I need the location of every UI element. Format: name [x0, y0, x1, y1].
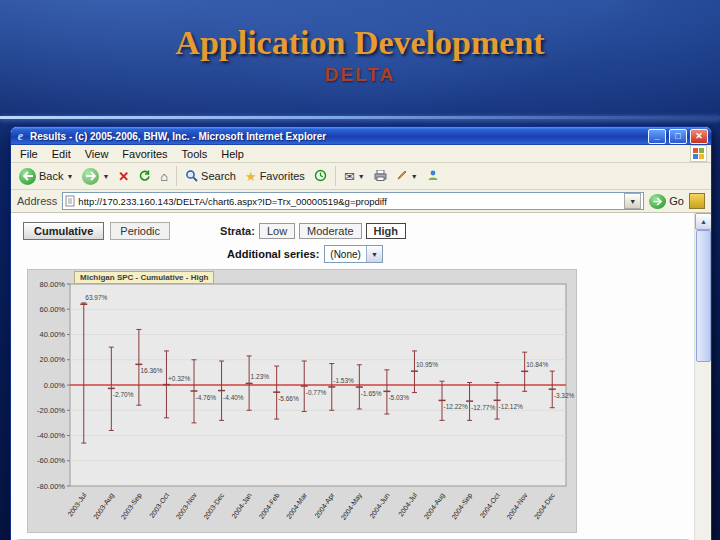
svg-text:2003-Jul: 2003-Jul	[66, 491, 87, 517]
address-bar: Address http://170.233.160.143/DELTA/cha…	[11, 190, 711, 213]
print-icon	[374, 170, 387, 183]
svg-text:-5.66%: -5.66%	[278, 395, 299, 402]
strata-option-moderate[interactable]: Moderate	[299, 223, 361, 239]
svg-text:2004-Jun: 2004-Jun	[368, 491, 391, 519]
strata-label: Strata:	[220, 225, 255, 237]
svg-text:2004-May: 2004-May	[340, 491, 365, 521]
svg-text:-1.65%: -1.65%	[361, 390, 382, 397]
svg-text:-12.22%: -12.22%	[444, 403, 468, 410]
maximize-button[interactable]: □	[669, 129, 687, 144]
minimize-button[interactable]: _	[648, 129, 666, 144]
scrollbar-up-button[interactable]: ▲	[695, 213, 711, 230]
svg-text:2004-Sep: 2004-Sep	[450, 491, 474, 521]
svg-text:2003-Nov: 2003-Nov	[175, 491, 198, 520]
svg-text:2004-Jul: 2004-Jul	[397, 491, 418, 517]
svg-text:-80.00%: -80.00%	[37, 482, 65, 491]
scrollbar-thumb[interactable]	[696, 230, 711, 362]
favorites-star-icon: ★	[245, 170, 257, 183]
stop-icon: ✕	[118, 170, 129, 183]
mail-button[interactable]: ✉ ▼	[341, 169, 368, 184]
toolbar-separator	[335, 166, 336, 186]
slide-title: Application Development	[0, 24, 720, 62]
svg-text:2004-Nov: 2004-Nov	[505, 491, 528, 520]
search-icon	[185, 169, 198, 184]
internet-explorer-icon: e	[14, 130, 27, 143]
mail-dropdown-icon: ▼	[358, 173, 365, 180]
svg-text:2003-Aug: 2003-Aug	[92, 491, 116, 521]
menu-help[interactable]: Help	[214, 147, 251, 161]
window-titlebar: e Results - (c) 2005-2006, BHW, Inc. - M…	[11, 127, 711, 145]
go-icon	[649, 194, 666, 209]
menu-view[interactable]: View	[78, 147, 116, 161]
page-icon	[65, 195, 75, 207]
svg-text:40.00%: 40.00%	[40, 330, 66, 339]
additional-series-label: Additional series:	[227, 248, 319, 260]
svg-text:-2.70%: -2.70%	[113, 391, 134, 398]
svg-text:2003-Sep: 2003-Sep	[120, 491, 144, 521]
svg-text:-3.32%: -3.32%	[554, 392, 575, 399]
menu-tools[interactable]: Tools	[175, 147, 215, 161]
back-dropdown-icon: ▼	[66, 173, 73, 180]
svg-text:2004-Apr: 2004-Apr	[313, 491, 336, 520]
periodic-button[interactable]: Periodic	[110, 222, 170, 240]
svg-text:-12.12%: -12.12%	[499, 403, 523, 410]
svg-text:-5.03%: -5.03%	[388, 394, 409, 401]
svg-text:63.97%: 63.97%	[85, 294, 107, 301]
vertical-scrollbar[interactable]: ▲ ▼	[694, 213, 711, 540]
messenger-icon	[427, 169, 439, 183]
menu-edit[interactable]: Edit	[45, 147, 78, 161]
cumulative-button[interactable]: Cumulative	[23, 222, 104, 240]
menu-file[interactable]: File	[13, 147, 45, 161]
svg-text:16.36%: 16.36%	[140, 367, 162, 374]
chevron-down-icon: ▼	[366, 246, 382, 262]
svg-text:2004-Jan: 2004-Jan	[230, 491, 253, 519]
svg-text:1.23%: 1.23%	[251, 373, 270, 380]
strata-group: Strata: Low Moderate High	[220, 223, 406, 239]
print-button[interactable]	[371, 169, 390, 184]
svg-text:2004-Mar: 2004-Mar	[285, 491, 308, 520]
address-label: Address	[17, 195, 57, 207]
edit-button[interactable]: ▼	[393, 168, 421, 184]
additional-series-select[interactable]: (None) ▼	[324, 245, 383, 263]
close-button[interactable]: ✕	[690, 129, 708, 144]
mail-icon: ✉	[344, 170, 355, 183]
go-button[interactable]: Go	[649, 194, 684, 209]
address-input[interactable]: http://170.233.160.143/DELTA/chart6.aspx…	[62, 192, 644, 210]
messenger-button[interactable]	[424, 168, 442, 184]
svg-text:+0.32%: +0.32%	[168, 375, 190, 382]
favorites-button[interactable]: ★ Favorites	[242, 169, 308, 184]
additional-series-value: (None)	[325, 249, 366, 260]
svg-text:-20.00%: -20.00%	[37, 406, 65, 415]
title-divider-line	[0, 116, 720, 119]
svg-text:2004-Dec: 2004-Dec	[533, 491, 556, 520]
forward-button[interactable]: ▼	[79, 167, 112, 186]
svg-text:-40.00%: -40.00%	[37, 431, 65, 440]
svg-text:-4.76%: -4.76%	[196, 394, 217, 401]
svg-text:2004-Oct: 2004-Oct	[479, 492, 501, 520]
back-button[interactable]: Back ▼	[16, 167, 76, 186]
menu-favorites[interactable]: Favorites	[115, 147, 174, 161]
svg-text:2003-Oct: 2003-Oct	[148, 492, 170, 520]
refresh-button[interactable]	[135, 168, 154, 185]
stop-button[interactable]: ✕	[115, 169, 132, 184]
spc-chart-svg: 80.00%60.00%40.00%20.00%0.00%-20.00%-40.…	[28, 270, 576, 532]
slide-subtitle: DELTA	[0, 64, 720, 86]
chart-title-badge: Michigan SPC - Cumulative - High	[74, 271, 214, 284]
address-url-text: http://170.233.160.143/DELTA/chart6.aspx…	[78, 196, 621, 207]
search-button[interactable]: Search	[182, 168, 239, 185]
home-button[interactable]: ⌂	[157, 169, 171, 184]
svg-text:60.00%: 60.00%	[40, 305, 66, 314]
favorites-label: Favorites	[260, 170, 305, 182]
svg-text:20.00%: 20.00%	[40, 355, 66, 364]
back-icon	[19, 168, 36, 185]
svg-text:10.95%: 10.95%	[416, 361, 438, 368]
presentation-slide: Application Development DELTA e Results …	[0, 0, 720, 540]
home-icon: ⌂	[160, 170, 168, 183]
strata-option-high[interactable]: High	[366, 223, 406, 239]
refresh-icon	[138, 169, 151, 184]
address-dropdown-button[interactable]: ▼	[624, 193, 641, 209]
history-button[interactable]	[311, 168, 330, 185]
strata-option-low[interactable]: Low	[259, 223, 295, 239]
edit-icon	[396, 169, 408, 183]
additional-series-row: Additional series: (None) ▼	[227, 245, 383, 263]
